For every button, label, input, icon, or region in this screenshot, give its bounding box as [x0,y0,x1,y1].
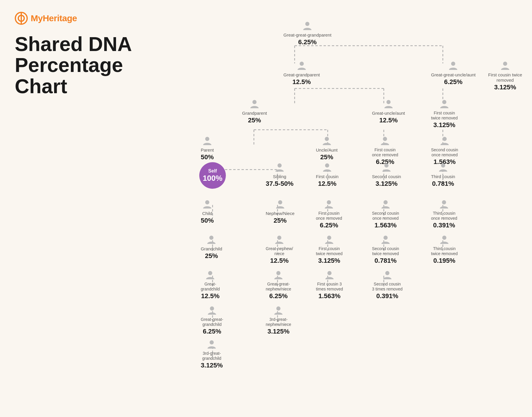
person-icon [383,99,394,109]
svg-point-39 [451,62,455,66]
great-uncle-aunt-pct: 12.5% [379,116,398,124]
node-first-cousin-twice-removed-mid: First cousintwice removed 3.125% [316,234,342,265]
node-great-grandchild: Great-grandchild 12.5% [201,270,220,300]
svg-point-66 [385,271,389,275]
node-grandchild: Grandchild 25% [201,234,222,260]
great-great-grandchild-pct: 6.25% [203,328,221,335]
svg-point-44 [442,100,446,104]
first-cousin-once-removed-mid-label: First cousinonce removed [316,211,342,221]
nephew-niece-label: Nephew/Niece [266,211,295,216]
node-third-great-nephew-niece: 3rd-great-nephew/niece 3.125% [266,305,291,335]
person-icon [296,60,307,71]
first-cousin-label: First cousin [316,174,339,179]
person-icon [202,136,213,146]
page-container: MyHeritage Shared DNA Percentage Chart .… [0,0,532,417]
second-cousin-once-removed-mid-label: Second cousinonce removed [372,211,399,221]
second-cousin-3-times-removed-pct: 0.391% [376,292,398,300]
node-child: Child 50% [201,199,214,224]
svg-point-42 [252,100,257,104]
node-third-cousin-once-removed: Third cousinonce removed 0.391% [431,199,457,229]
person-icon [205,270,216,280]
svg-point-49 [278,163,282,168]
great-great-nephew-niece-label: Great-great-nephew/niece [266,282,291,292]
svg-point-55 [327,200,331,204]
first-cousin-twice-removed-top-label: First cousin twice removed [487,72,523,83]
person-icon [275,199,285,210]
uncle-aunt-pct: 25% [320,153,333,161]
person-icon [249,99,260,109]
logo-text: MyHeritage [31,13,77,23]
third-cousin-once-removed-pct: 0.391% [433,221,455,229]
great-nephew-niece-label: Great-nephew/niece [266,246,293,256]
svg-point-63 [208,271,212,275]
svg-point-62 [442,236,446,240]
person-icon [448,60,458,71]
svg-point-68 [276,306,280,311]
svg-point-60 [327,236,331,240]
node-third-cousin: Third cousin 0.781% [431,162,455,188]
node-sibling: Sibling 37.5-50% [266,162,293,188]
sibling-label: Sibling [273,174,286,179]
node-parent: Parent 50% [201,136,214,161]
person-icon [380,199,391,210]
node-third-great-grandchild: 3rd-great-grandchild 3.125% [201,339,223,369]
svg-point-46 [325,137,329,141]
first-cousin-twice-removed-top-pct: 3.125% [494,83,516,91]
svg-point-53 [205,200,209,204]
node-second-cousin-twice-removed: Second cousintwice removed 0.781% [372,234,399,265]
svg-point-61 [384,236,388,240]
svg-point-58 [209,236,213,240]
node-first-cousin: First cousin 12.5% [316,162,339,188]
great-grandchild-label: Great-grandchild [201,282,220,292]
person-icon [439,199,449,210]
parent-pct: 50% [201,153,214,161]
second-cousin-twice-removed-label: Second cousintwice removed [372,246,399,256]
person-icon [322,162,332,173]
svg-point-59 [277,236,281,240]
first-cousin-twice-removed-mid-label: First cousintwice removed [316,246,342,256]
person-icon [324,199,334,210]
node-first-cousin-once-removed-top: First cousinonce removed 6.25% [372,136,398,166]
great-great-grandparent-pct: 6.25% [298,38,316,46]
person-icon [274,234,285,245]
uncle-aunt-label: Uncle/Aunt [316,147,337,153]
child-label: Child [202,211,212,216]
person-icon [439,234,450,245]
great-great-grandchild-label: Great-great-grandchild [201,317,223,327]
self-label: Self [208,168,217,174]
first-cousin-once-removed-top-label: First cousinonce removed [372,147,398,157]
node-great-great-nephew-niece: Great-great-nephew/niece 6.25% [266,270,291,300]
svg-point-56 [384,200,388,204]
great-grandparent-pct: 12.5% [293,78,311,86]
person-icon [322,136,332,146]
person-icon [439,136,450,146]
first-cousin-pct: 12.5% [318,180,336,188]
great-great-uncle-aunt-label: Great-great-uncle/aunt [431,72,476,78]
node-great-nephew-niece: Great-nephew/niece 12.5% [266,234,293,265]
first-cousin-twice-removed-mid-pct: 3.125% [318,257,340,265]
svg-point-45 [205,137,209,141]
second-cousin-label: Second cousin [372,174,401,179]
person-icon [273,270,284,280]
node-self: Self 100% [199,162,226,189]
svg-point-52 [441,163,445,168]
first-cousin-3-times-removed-label: First cousin 3times removed [316,282,343,292]
person-icon [206,339,217,350]
great-great-grandparent-label: Great-great-grandparent [283,32,332,38]
self-circle: Self 100% [199,162,226,189]
svg-point-38 [305,22,309,26]
second-cousin-twice-removed-pct: 0.781% [375,257,397,265]
second-cousin-once-removed-top-label: Second cousinonce removed [431,147,458,157]
third-great-grandchild-label: 3rd-great-grandchild [202,351,221,361]
svg-point-48 [443,137,447,141]
node-second-cousin: Second cousin 3.125% [372,162,401,188]
person-icon [380,136,390,146]
svg-point-69 [210,340,214,344]
chart-area: .dline { stroke: #aaa; stroke-width: 2.5… [112,12,523,408]
third-cousin-label: Third cousin [431,174,455,179]
person-icon [207,305,217,316]
grandparent-label: Grandparent [242,111,267,116]
first-cousin-twice-col5-label: First cousintwice removed [431,111,458,121]
node-uncle-aunt: Uncle/Aunt 25% [316,136,337,161]
svg-point-65 [327,271,332,275]
